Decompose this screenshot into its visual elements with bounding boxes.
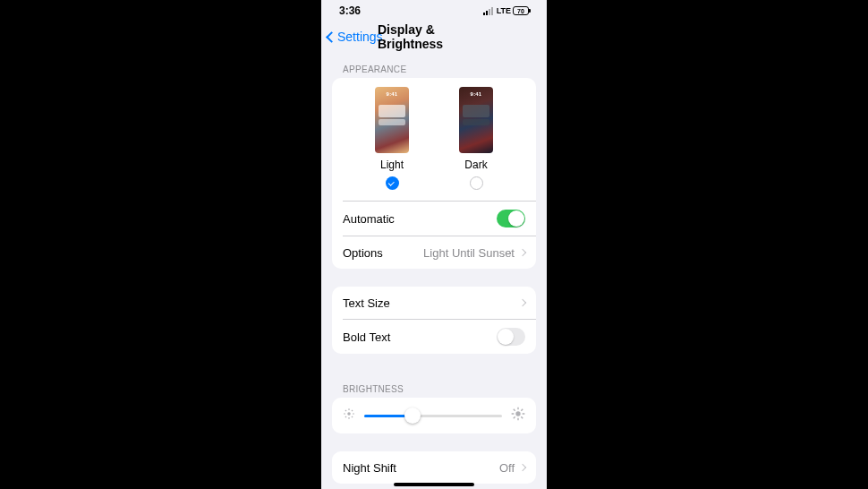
night-shift-value: Off xyxy=(499,461,515,475)
brightness-slider[interactable] xyxy=(364,415,502,417)
section-header-brightness: BRIGHTNESS xyxy=(321,372,547,398)
svg-line-6 xyxy=(352,416,353,417)
appearance-picker: 9:41 Light 9:41 Dark xyxy=(332,78,536,201)
row-night-shift[interactable]: Night Shift Off xyxy=(332,451,536,484)
svg-point-9 xyxy=(515,411,520,416)
group-brightness xyxy=(332,398,536,433)
group-text: Text Size Bold Text xyxy=(332,287,536,354)
svg-line-8 xyxy=(352,410,353,411)
chevron-right-icon xyxy=(519,249,526,256)
svg-line-15 xyxy=(521,416,523,418)
signal-icon xyxy=(483,7,493,15)
dark-radio[interactable] xyxy=(470,176,483,190)
section-header-appearance: APPEARANCE xyxy=(321,52,547,78)
row-text-size[interactable]: Text Size xyxy=(332,287,536,319)
status-time: 3:36 xyxy=(339,4,361,17)
brightness-thumb[interactable] xyxy=(404,408,421,424)
text-size-label: Text Size xyxy=(343,296,390,310)
battery-icon: 70 xyxy=(513,6,529,15)
group-night-shift: Night Shift Off xyxy=(332,451,536,484)
bold-text-label: Bold Text xyxy=(343,330,390,344)
light-radio[interactable] xyxy=(386,176,399,190)
appearance-option-dark[interactable]: 9:41 Dark xyxy=(459,87,493,190)
night-shift-label: Night Shift xyxy=(343,461,396,475)
svg-line-17 xyxy=(521,409,523,411)
back-button[interactable]: Settings xyxy=(328,30,383,44)
svg-line-16 xyxy=(514,416,515,418)
light-label: Light xyxy=(380,159,404,171)
brightness-slider-row xyxy=(332,398,536,433)
group-appearance: 9:41 Light 9:41 Dark Automatic xyxy=(332,78,536,269)
options-value: Light Until Sunset xyxy=(423,246,515,260)
svg-line-7 xyxy=(345,416,346,417)
status-bar: 3:36 LTE 70 xyxy=(321,0,547,21)
home-indicator[interactable] xyxy=(394,483,474,486)
options-label: Options xyxy=(343,246,383,260)
phone-frame: 3:36 LTE 70 Settings Display & Brightnes… xyxy=(321,0,547,489)
row-bold-text: Bold Text xyxy=(332,320,536,354)
chevron-right-icon xyxy=(519,464,526,471)
svg-line-5 xyxy=(345,410,346,411)
sun-min-icon xyxy=(343,408,355,424)
appearance-option-light[interactable]: 9:41 Light xyxy=(375,87,409,190)
chevron-left-icon xyxy=(326,31,337,43)
row-options[interactable]: Options Light Until Sunset xyxy=(332,236,536,269)
automatic-toggle[interactable] xyxy=(497,210,525,227)
svg-line-14 xyxy=(514,409,515,411)
row-automatic: Automatic xyxy=(332,202,536,236)
automatic-label: Automatic xyxy=(343,212,395,226)
lte-label: LTE xyxy=(497,6,511,15)
content-scroll[interactable]: APPEARANCE 9:41 Light 9:41 Dark xyxy=(321,52,547,489)
light-preview: 9:41 xyxy=(375,87,409,153)
bold-text-toggle[interactable] xyxy=(497,328,525,346)
svg-point-0 xyxy=(347,412,351,416)
back-label: Settings xyxy=(337,30,383,44)
page-title: Display & Brightness xyxy=(378,22,490,51)
chevron-right-icon xyxy=(519,299,526,306)
sun-max-icon xyxy=(511,407,525,425)
dark-preview: 9:41 xyxy=(459,87,493,153)
nav-bar: Settings Display & Brightness xyxy=(321,21,547,52)
dark-label: Dark xyxy=(464,159,487,171)
